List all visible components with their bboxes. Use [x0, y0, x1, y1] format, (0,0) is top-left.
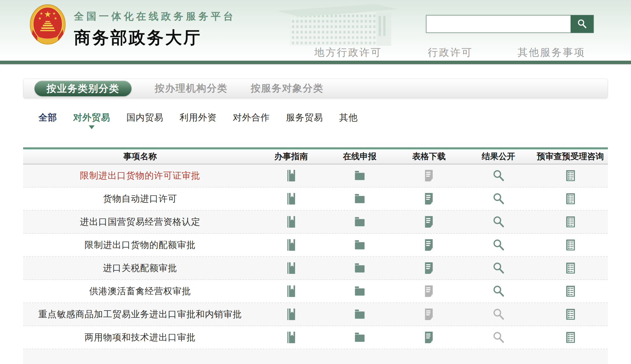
- item-name-cell: 进口关税配额审批: [23, 262, 257, 274]
- online-apply-folder-icon[interactable]: [325, 170, 394, 181]
- item-name-cell: 两用物项和技术进出口审批: [23, 331, 257, 343]
- guide-book-icon[interactable]: [257, 308, 326, 321]
- filter-item-5[interactable]: 对外合作: [233, 112, 270, 124]
- table-row: 进出口国营贸易经营资格认定: [23, 211, 608, 234]
- category-tabbar: 按业务类别分类按办理机构分类按服务对象分类: [23, 79, 608, 98]
- form-download-icon: [394, 169, 464, 182]
- online-apply-folder-icon[interactable]: [325, 332, 394, 343]
- search-icon: [577, 19, 587, 29]
- form-download-icon: [394, 285, 464, 298]
- item-name-cell: 限制进出口货物的许可证审批: [23, 170, 257, 182]
- table-row: 两用物项和技术进出口审批: [23, 326, 608, 349]
- item-name-link[interactable]: 两用物项和技术进出口审批: [84, 332, 195, 342]
- consult-table-icon[interactable]: [533, 285, 608, 298]
- filter-item-4[interactable]: 利用外资: [180, 112, 217, 124]
- national-emblem-logo: ★ ★ ★ ★ ★: [29, 3, 67, 47]
- item-name-link[interactable]: 限制进出口货物的配额审批: [84, 240, 195, 250]
- tab-1[interactable]: 按业务类别分类: [34, 81, 132, 96]
- business-filters: 全部对外贸易国内贸易利用外资对外合作服务贸易其他: [23, 112, 608, 129]
- guide-book-icon[interactable]: [257, 331, 326, 344]
- top-nav: 地方行政许可行政许可其他服务事项: [0, 46, 631, 61]
- item-name-link[interactable]: 进出口国营贸易经营资格认定: [80, 217, 200, 227]
- column-header-2: 办事指南: [257, 151, 326, 162]
- consult-table-icon[interactable]: [533, 239, 608, 251]
- column-header-1: 事项名称: [23, 151, 257, 162]
- site-header: ★ ★ ★ ★ ★ 全国一体化在线政务服务平台 商务部政务大厅 地方行政许可行政…: [0, 0, 631, 64]
- svg-text:★: ★: [44, 10, 51, 19]
- item-name-cell: 进出口国营贸易经营资格认定: [23, 216, 257, 228]
- consult-table-icon[interactable]: [533, 169, 608, 182]
- result-search-icon[interactable]: [464, 262, 533, 274]
- search-input[interactable]: [426, 15, 571, 33]
- building-watermark: [273, 2, 412, 48]
- tab-3[interactable]: 按服务对象分类: [251, 82, 324, 95]
- filter-item-3[interactable]: 国内贸易: [126, 112, 163, 124]
- online-apply-folder-icon[interactable]: [325, 194, 394, 204]
- guide-book-icon[interactable]: [257, 239, 326, 251]
- table-row: 货物自动进口许可: [23, 187, 608, 211]
- table-header-row: 事项名称办事指南在线申报表格下载结果公开预审查预受理咨询: [23, 149, 608, 164]
- item-name-link[interactable]: 限制进出口货物的许可证审批: [80, 170, 200, 181]
- consult-table-icon[interactable]: [533, 216, 608, 228]
- nav-item-3[interactable]: 其他服务事项: [518, 46, 585, 59]
- form-download-icon[interactable]: [394, 331, 464, 344]
- item-name-link[interactable]: 进口关税配额审批: [103, 263, 177, 273]
- filter-item-7[interactable]: 其他: [339, 112, 358, 124]
- column-header-3: 在线申报: [325, 151, 394, 162]
- table-row: 供港澳活畜禽经营权审批: [23, 280, 608, 303]
- tab-2[interactable]: 按办理机构分类: [155, 82, 228, 95]
- guide-book-icon[interactable]: [257, 192, 326, 205]
- svg-text:★: ★: [40, 11, 43, 16]
- form-download-icon: [394, 308, 464, 321]
- table-row: 进口关税配额审批: [23, 257, 608, 280]
- consult-table-icon[interactable]: [533, 331, 608, 344]
- column-header-5: 结果公开: [464, 151, 533, 162]
- column-header-4: 表格下载: [394, 151, 464, 162]
- table-next-row-partial: [23, 349, 608, 364]
- table-top-border: [23, 147, 608, 149]
- form-download-icon[interactable]: [394, 216, 464, 228]
- result-search-icon[interactable]: [464, 216, 533, 228]
- form-download-icon[interactable]: [394, 262, 464, 274]
- online-apply-folder-icon[interactable]: [325, 240, 394, 250]
- consult-table-icon[interactable]: [533, 192, 608, 205]
- result-search-icon[interactable]: [464, 193, 533, 205]
- svg-text:★: ★: [38, 16, 42, 21]
- result-search-icon[interactable]: [464, 170, 533, 182]
- nav-item-2[interactable]: 行政许可: [428, 46, 473, 59]
- table-row: 限制进出口货物的许可证审批: [23, 164, 608, 187]
- search-button[interactable]: [571, 15, 594, 33]
- item-name-link[interactable]: 货物自动进口许可: [103, 194, 177, 204]
- online-apply-folder-icon[interactable]: [325, 286, 394, 296]
- svg-text:★: ★: [52, 11, 56, 16]
- guide-book-icon[interactable]: [257, 285, 326, 298]
- item-name-cell: 供港澳活畜禽经营权审批: [23, 285, 257, 297]
- form-download-icon[interactable]: [394, 239, 464, 251]
- consult-table-icon[interactable]: [533, 262, 608, 274]
- service-items-table: 事项名称办事指南在线申报表格下载结果公开预审查预受理咨询 限制进出口货物的许可证…: [23, 147, 608, 364]
- online-apply-folder-icon[interactable]: [325, 263, 394, 273]
- result-search-icon[interactable]: [464, 239, 533, 251]
- guide-book-icon[interactable]: [257, 169, 326, 182]
- column-header-6: 预审查预受理咨询: [533, 151, 608, 162]
- nav-item-1[interactable]: 地方行政许可: [314, 46, 382, 59]
- guide-book-icon[interactable]: [257, 216, 326, 228]
- guide-book-icon[interactable]: [257, 262, 326, 274]
- online-apply-folder-icon[interactable]: [325, 309, 394, 320]
- searchbar: [426, 15, 594, 33]
- table-row: 重点敏感商品加工贸易业务进出口审批和内销审批: [23, 303, 608, 326]
- table-body: 限制进出口货物的许可证审批 货物自动进口许可: [23, 164, 608, 349]
- item-name-link[interactable]: 供港澳活畜禽经营权审批: [89, 286, 191, 296]
- result-search-icon: [464, 308, 533, 320]
- table-row: 限制进出口货物的配额审批: [23, 234, 608, 257]
- filter-item-1[interactable]: 全部: [38, 112, 57, 124]
- item-name-cell: 限制进出口货物的配额审批: [23, 239, 257, 251]
- online-apply-folder-icon[interactable]: [325, 217, 394, 227]
- item-name-link[interactable]: 重点敏感商品加工贸易业务进出口审批和内销审批: [38, 309, 242, 319]
- result-search-icon[interactable]: [464, 285, 533, 297]
- form-download-icon[interactable]: [394, 192, 464, 205]
- filter-item-2[interactable]: 对外贸易: [73, 112, 110, 124]
- svg-text:★: ★: [54, 16, 57, 21]
- filter-item-6[interactable]: 服务贸易: [286, 112, 323, 124]
- consult-table-icon[interactable]: [533, 308, 608, 321]
